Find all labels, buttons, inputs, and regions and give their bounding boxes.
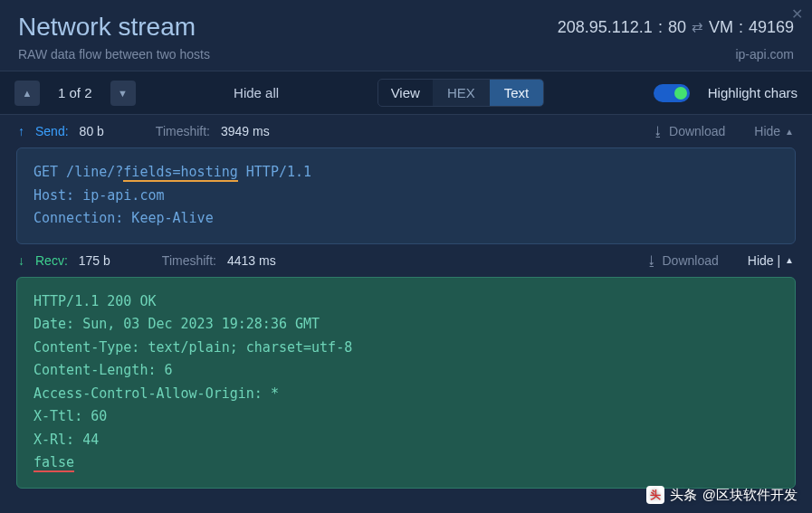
view-hex-button[interactable]: HEX — [433, 80, 490, 106]
send-timeshift: 3949 ms — [221, 124, 270, 138]
remote-port: 80 — [668, 18, 686, 37]
recv-header: ↓ Recv: 175 b Timeshift: 4413 ms ⭳ Downl… — [0, 244, 812, 277]
send-highlight-segment: fields=hosting — [123, 164, 237, 182]
subtitle: RAW data flow between two hosts — [18, 47, 210, 62]
send-download-button[interactable]: ⭳ Download — [652, 124, 725, 138]
domain-label: ip-api.com — [735, 47, 794, 62]
send-timeshift-label: Timeshift: — [156, 124, 210, 138]
watermark: 头 头条 @区块软件开发 — [646, 486, 798, 504]
swap-icon: ⇄ — [692, 19, 703, 35]
chevron-up-icon: ▲ — [785, 255, 794, 265]
next-button[interactable]: ▼ — [110, 81, 136, 106]
header: Network stream 208.95.112.1: 80 ⇄ VM: 49… — [0, 0, 812, 71]
hide-all-button[interactable]: Hide all — [217, 85, 295, 100]
connection-info: 208.95.112.1: 80 ⇄ VM: 49169 — [558, 18, 794, 37]
send-size: 80 b — [80, 124, 104, 138]
local-port: 49169 — [749, 18, 794, 37]
close-button[interactable]: ✕ — [791, 5, 803, 23]
download-arrow-icon: ↓ — [18, 253, 24, 268]
view-label: View — [378, 80, 433, 106]
watermark-handle: @区块软件开发 — [702, 487, 798, 504]
highlight-label: Highlight chars — [708, 85, 798, 100]
page-title: Network stream — [18, 13, 196, 42]
send-hide-button[interactable]: Hide ▲ — [754, 124, 794, 138]
prev-button[interactable]: ▲ — [14, 81, 40, 106]
download-icon: ⭳ — [645, 253, 658, 268]
chevron-up-icon: ▲ — [785, 127, 794, 137]
send-direction-label: Send: — [35, 124, 69, 138]
upload-icon: ↑ — [18, 124, 24, 138]
page-indicator: 1 of 2 — [49, 85, 101, 100]
download-icon: ⭳ — [652, 124, 664, 138]
remote-ip: 208.95.112.1 — [558, 18, 653, 37]
view-mode-group: View HEX Text — [377, 79, 545, 107]
recv-payload: HTTP/1.1 200 OK Date: Sun, 03 Dec 2023 1… — [16, 277, 796, 489]
toolbar: ▲ 1 of 2 ▼ Hide all View HEX Text Highli… — [0, 71, 812, 115]
local-label: VM — [709, 18, 733, 37]
recv-timeshift: 4413 ms — [227, 253, 276, 268]
send-header: ↑ Send: 80 b Timeshift: 3949 ms ⭳ Downlo… — [0, 115, 812, 147]
recv-hide-button[interactable]: Hide | ▲ — [748, 253, 794, 268]
recv-size: 175 b — [79, 253, 110, 268]
view-text-button[interactable]: Text — [490, 80, 544, 106]
watermark-logo-icon: 头 — [646, 486, 664, 504]
recv-timeshift-label: Timeshift: — [162, 253, 216, 268]
recv-direction-label: Recv: — [35, 253, 68, 268]
send-payload: GET /line/?fields=hosting HTTP/1.1 Host:… — [16, 147, 796, 244]
recv-highlight-segment: false — [33, 454, 74, 472]
recv-download-button[interactable]: ⭳ Download — [645, 253, 719, 268]
watermark-prefix: 头条 — [670, 487, 697, 504]
highlight-toggle[interactable] — [654, 84, 690, 102]
